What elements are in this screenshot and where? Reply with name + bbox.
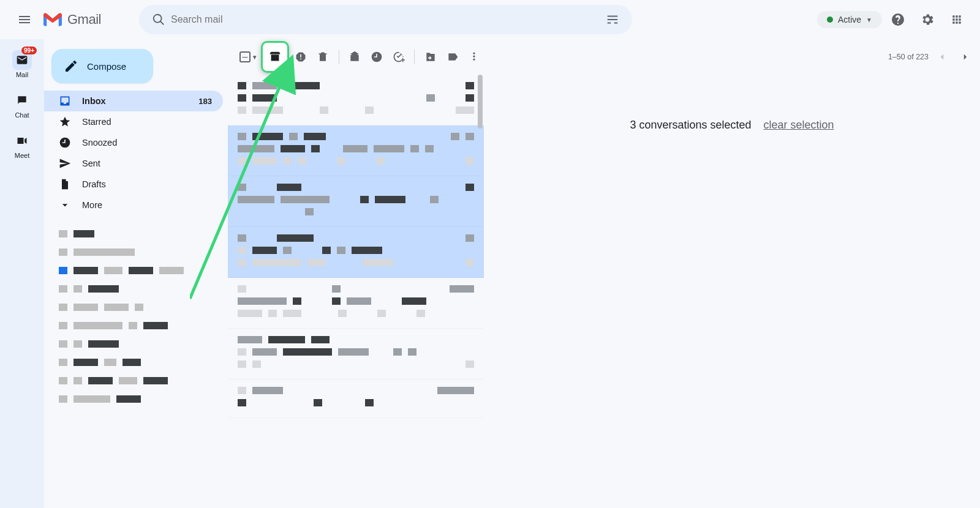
conversation-list: –▼ (228, 39, 484, 508)
more-actions-button[interactable] (464, 45, 484, 69)
archive-button[interactable] (263, 45, 287, 69)
reading-pane: 1–50 of 223 3 conversations selected cle… (484, 39, 980, 508)
pencil-icon (64, 59, 78, 73)
mail-row-selected[interactable] (228, 176, 484, 227)
chevron-down-icon (59, 199, 71, 211)
chevron-left-icon (937, 51, 948, 62)
sidebar-item-snoozed[interactable]: Snoozed (44, 132, 223, 153)
add-task-icon (393, 51, 405, 63)
mail-row[interactable] (228, 75, 484, 125)
status-dot-icon (827, 17, 833, 23)
selection-summary: 3 conversations selected clear selection (630, 119, 834, 132)
rail-label-mail: Mail (16, 71, 28, 78)
search-options-button[interactable] (600, 7, 625, 32)
folder-move-icon (424, 51, 437, 63)
move-to-button[interactable] (421, 45, 440, 69)
archive-highlight (261, 41, 289, 73)
mail-row-selected[interactable] (228, 227, 484, 278)
chat-icon (16, 94, 28, 106)
sidebar-item-sent[interactable]: Sent (44, 153, 223, 174)
prev-page-button[interactable] (932, 47, 952, 67)
sidebar-item-more[interactable]: More (44, 195, 223, 215)
mail-unread-badge: 99+ (21, 47, 37, 54)
labels-section (44, 230, 223, 403)
sidebar-item-drafts[interactable]: Drafts (44, 174, 223, 195)
spam-icon (295, 51, 307, 63)
sidebar-item-starred[interactable]: Starred (44, 111, 223, 132)
tune-icon (606, 13, 619, 26)
app-header: Gmail Active ▼ (0, 0, 980, 39)
rail-label-chat: Chat (15, 111, 29, 119)
mail-icon (16, 54, 28, 66)
sidebar-item-inbox[interactable]: Inbox 183 (44, 91, 223, 111)
send-icon (59, 157, 71, 170)
trash-icon (317, 51, 329, 63)
folder-sidebar: Compose Inbox 183 Starred Snoozed Sent (44, 39, 228, 508)
inbox-icon (59, 95, 71, 107)
main-menu-button[interactable] (10, 5, 39, 34)
mail-open-icon (349, 51, 361, 63)
hamburger-icon (17, 12, 32, 27)
apps-grid-icon (951, 13, 963, 26)
main-content: –▼ (228, 39, 980, 508)
clock-icon (59, 136, 71, 149)
mark-unread-button[interactable] (345, 45, 365, 69)
help-icon (891, 12, 905, 27)
delete-button[interactable] (313, 45, 333, 69)
snooze-button[interactable] (367, 45, 386, 69)
file-icon (59, 178, 71, 190)
list-toolbar: –▼ (228, 39, 484, 75)
clear-selection-link[interactable]: clear selection (764, 119, 834, 132)
report-spam-button[interactable] (292, 45, 311, 69)
archive-icon (268, 50, 282, 64)
mail-row[interactable] (228, 379, 484, 418)
gmail-logo[interactable]: Gmail (42, 9, 101, 31)
search-icon (152, 13, 165, 26)
detail-toolbar: 1–50 of 223 (484, 39, 980, 75)
clock-icon (371, 51, 383, 63)
app-rail: 99+ Mail Chat Meet (0, 39, 44, 508)
page-range: 1–50 of 223 (888, 53, 929, 61)
select-all-checkbox[interactable]: –▼ (239, 45, 258, 69)
settings-button[interactable] (914, 6, 941, 33)
paginator: 1–50 of 223 (888, 47, 975, 67)
label-icon (447, 51, 459, 63)
mail-row[interactable] (228, 329, 484, 379)
mail-row[interactable] (228, 278, 484, 329)
support-button[interactable] (884, 6, 911, 33)
star-icon (59, 116, 71, 128)
rail-label-meet: Meet (15, 152, 29, 159)
gmail-logo-text: Gmail (67, 12, 101, 28)
status-selector[interactable]: Active ▼ (817, 11, 882, 28)
search-button[interactable] (146, 7, 171, 32)
status-label: Active (838, 15, 861, 24)
compose-button[interactable]: Compose (51, 49, 153, 83)
rail-item-mail[interactable]: 99+ Mail (4, 47, 40, 82)
rail-item-meet[interactable]: Meet (4, 127, 40, 163)
chevron-right-icon (960, 51, 971, 62)
rail-item-chat[interactable]: Chat (4, 87, 40, 122)
gear-icon (920, 12, 935, 27)
gmail-logo-icon (42, 9, 64, 31)
apps-button[interactable] (943, 6, 970, 33)
labels-button[interactable] (443, 45, 462, 69)
search-bar[interactable] (139, 5, 632, 34)
search-input[interactable] (171, 14, 600, 25)
next-page-button[interactable] (956, 47, 975, 67)
meet-icon (16, 135, 28, 147)
chevron-down-icon: ▼ (252, 54, 258, 61)
inbox-count: 183 (198, 97, 212, 106)
scrollbar-thumb[interactable] (478, 75, 483, 129)
more-vert-icon (468, 51, 480, 63)
message-list-body[interactable] (228, 75, 484, 508)
mail-row-selected[interactable] (228, 125, 484, 176)
add-to-tasks-button[interactable] (389, 45, 409, 69)
chevron-down-icon: ▼ (866, 17, 872, 23)
